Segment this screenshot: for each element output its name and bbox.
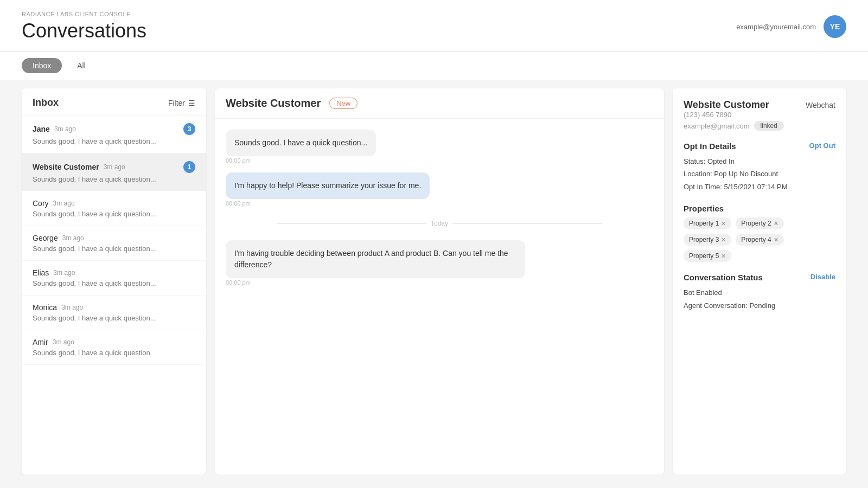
header-left: Radiance Labs Client Console Conversatio… bbox=[22, 11, 146, 42]
disable-button[interactable]: Disable bbox=[810, 273, 835, 281]
inbox-item-preview: Sounds good, I have a quick question... bbox=[33, 245, 195, 253]
property-tag-remove[interactable]: ✕ bbox=[774, 220, 778, 227]
inbox-item-time: 3m ago bbox=[53, 200, 75, 207]
property-tag-remove[interactable]: ✕ bbox=[721, 253, 726, 260]
contact-row: example@gmail.com linked bbox=[684, 121, 835, 131]
message-wrapper: I'm having trouble deciding between prod… bbox=[226, 240, 653, 286]
opt-in-content: Status: Opted In Location: Pop Up No Dis… bbox=[684, 155, 835, 193]
inbox-item-preview: Sounds good, I have a quick question... bbox=[33, 175, 195, 183]
right-email: example@gmail.com bbox=[684, 122, 750, 130]
opt-in-header-row: Opt In Details Opt Out bbox=[684, 142, 835, 155]
message-wrapper: I'm happy to help! Please summarize your… bbox=[226, 172, 653, 207]
conv-status-title: Conversation Status bbox=[684, 273, 763, 282]
property-tag-label: Property 1 bbox=[689, 220, 719, 227]
property-tag-label: Property 5 bbox=[689, 252, 719, 260]
new-badge: New bbox=[329, 98, 358, 109]
right-phone: (123) 456 7890 bbox=[684, 111, 835, 119]
filter-label: Filter bbox=[168, 99, 185, 107]
property-tag: Property 2✕ bbox=[736, 217, 783, 229]
conversation-status-section: Conversation Status Disable Bot Enabled … bbox=[684, 273, 835, 312]
message-time: 00:00 pm bbox=[226, 279, 251, 286]
opt-in-location: Location: Pop Up No Discount bbox=[684, 168, 835, 180]
page-title: Conversations bbox=[22, 20, 146, 42]
inbox-item[interactable]: Website Customer 3m ago 1 Sounds good, I… bbox=[22, 153, 206, 191]
property-tags: Property 1✕Property 2✕Property 3✕Propert… bbox=[684, 217, 835, 262]
chat-messages: Sounds good. I have a quick question...0… bbox=[215, 119, 664, 474]
header: Radiance Labs Client Console Conversatio… bbox=[0, 0, 868, 52]
property-tag-label: Property 2 bbox=[741, 220, 771, 227]
inbox-item[interactable]: Monica 3m ago Sounds good, I have a quic… bbox=[22, 296, 206, 330]
inbox-list: Jane 3m ago 3 Sounds good, I have a quic… bbox=[22, 115, 206, 365]
inbox-item-time: 3m ago bbox=[53, 269, 75, 277]
tab-inbox[interactable]: Inbox bbox=[22, 58, 62, 73]
chat-customer-name: Website Customer bbox=[226, 97, 321, 110]
inbox-item-name: Cory bbox=[33, 199, 49, 208]
inbox-item-name: Amir bbox=[33, 338, 48, 346]
property-tag-remove[interactable]: ✕ bbox=[774, 236, 778, 243]
property-tag: Property 1✕ bbox=[684, 217, 731, 229]
conv-status-content: Bot Enabled Agent Conversation: Pending bbox=[684, 286, 835, 312]
inbox-item[interactable]: Amir 3m ago Sounds good, I have a quick … bbox=[22, 330, 206, 365]
opt-in-time: Opt In Time: 5/15/2021 07:14 PM bbox=[684, 181, 835, 193]
right-panel: Website Customer Webchat (123) 456 7890 … bbox=[673, 88, 846, 474]
property-tag: Property 4✕ bbox=[736, 234, 783, 246]
bot-enabled: Bot Enabled bbox=[684, 286, 835, 299]
property-tag-label: Property 4 bbox=[741, 236, 771, 243]
inbox-item-preview: Sounds good, I have a quick question... bbox=[33, 210, 195, 218]
inbox-item-preview: Sounds good, I have a quick question... bbox=[33, 314, 195, 322]
tab-all[interactable]: All bbox=[66, 58, 97, 73]
right-panel-header: Website Customer Webchat bbox=[684, 99, 835, 111]
inbox-item-name: Monica bbox=[33, 303, 57, 312]
inbox-badge: 1 bbox=[183, 161, 195, 173]
message-bubble: Sounds good. I have a quick question... bbox=[226, 130, 376, 156]
chat-date-divider: Today bbox=[226, 220, 653, 227]
conv-status-header-row: Conversation Status Disable bbox=[684, 273, 835, 286]
right-channel: Webchat bbox=[806, 101, 835, 110]
property-tag: Property 3✕ bbox=[684, 234, 731, 246]
property-tag-remove[interactable]: ✕ bbox=[721, 220, 726, 227]
message-wrapper: Sounds good. I have a quick question...0… bbox=[226, 130, 653, 164]
linked-badge: linked bbox=[754, 121, 784, 131]
inbox-item-time: 3m ago bbox=[104, 163, 125, 171]
inbox-badge: 3 bbox=[183, 123, 195, 135]
avatar[interactable]: YE bbox=[824, 15, 846, 38]
inbox-item-preview: Sounds good, I have a quick question bbox=[33, 349, 195, 357]
inbox-item-time: 3m ago bbox=[53, 338, 74, 346]
chat-header: Website Customer New bbox=[215, 88, 664, 119]
property-tag: Property 5✕ bbox=[684, 250, 731, 262]
properties-section: Properties Property 1✕Property 2✕Propert… bbox=[684, 204, 835, 262]
user-email: example@youremail.com bbox=[736, 23, 816, 31]
property-tag-remove[interactable]: ✕ bbox=[721, 236, 726, 243]
opt-in-title: Opt In Details bbox=[684, 142, 736, 151]
opt-out-button[interactable]: Opt Out bbox=[809, 142, 835, 150]
header-right: example@youremail.com YE bbox=[736, 15, 846, 38]
inbox-item-name: Jane bbox=[33, 125, 50, 133]
filter-icon: ☰ bbox=[188, 99, 195, 107]
inbox-item-time: 3m ago bbox=[61, 304, 83, 311]
inbox-item-preview: Sounds good, I have a quick question... bbox=[33, 137, 195, 145]
agent-conversation: Agent Conversation: Pending bbox=[684, 299, 835, 312]
message-time: 00:00 pm bbox=[226, 157, 251, 164]
right-contact-info: (123) 456 7890 example@gmail.com linked bbox=[684, 111, 835, 131]
inbox-item-time: 3m ago bbox=[54, 125, 76, 133]
message-time: 00:00 pm bbox=[226, 200, 251, 207]
opt-in-section: Opt In Details Opt Out Status: Opted In … bbox=[684, 142, 835, 193]
inbox-item-preview: Sounds good, I have a quick question... bbox=[33, 279, 195, 287]
inbox-item-name: Website Customer bbox=[33, 163, 99, 171]
property-tag-label: Property 3 bbox=[689, 236, 719, 243]
right-customer-name: Website Customer bbox=[684, 99, 769, 111]
inbox-panel: Inbox Filter ☰ Jane 3m ago 3 Sounds good… bbox=[22, 88, 206, 474]
app-subtitle: Radiance Labs Client Console bbox=[22, 11, 146, 17]
inbox-item[interactable]: George 3m ago Sounds good, I have a quic… bbox=[22, 226, 206, 261]
message-bubble: I'm having trouble deciding between prod… bbox=[226, 240, 525, 278]
inbox-item-name: George bbox=[33, 234, 58, 242]
inbox-item[interactable]: Jane 3m ago 3 Sounds good, I have a quic… bbox=[22, 115, 206, 153]
inbox-item-time: 3m ago bbox=[62, 234, 84, 242]
chat-panel: Website Customer New Sounds good. I have… bbox=[215, 88, 664, 474]
tabs-bar: Inbox All bbox=[0, 52, 868, 80]
inbox-item[interactable]: Cory 3m ago Sounds good, I have a quick … bbox=[22, 191, 206, 226]
inbox-title: Inbox bbox=[33, 97, 59, 108]
opt-in-status: Status: Opted In bbox=[684, 155, 835, 168]
inbox-item[interactable]: Elias 3m ago Sounds good, I have a quick… bbox=[22, 261, 206, 296]
filter-button[interactable]: Filter ☰ bbox=[168, 99, 195, 107]
